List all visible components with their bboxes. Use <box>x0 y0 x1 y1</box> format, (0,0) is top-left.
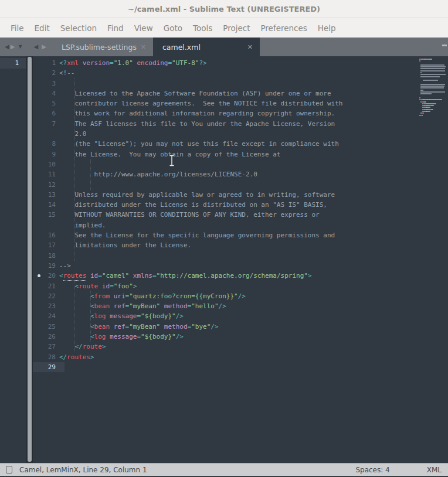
menu-item-preferences[interactable]: Preferences <box>255 23 312 33</box>
code-line[interactable]: 27 </route> <box>33 342 418 352</box>
next-tab-icon[interactable]: ▶ <box>42 44 46 50</box>
title-bar[interactable]: ~/camel.xml - Sublime Text (UNREGISTERED… <box>0 0 448 18</box>
code-line[interactable]: 13 Unless required by applicable law or … <box>33 190 418 200</box>
menu-item-find[interactable]: Find <box>102 23 129 33</box>
lsp-indicator-icon[interactable] <box>6 466 12 473</box>
line-number: 27 <box>33 342 65 352</box>
code-text: contributor license agreements. See the … <box>59 98 418 108</box>
line-number: 2 <box>33 68 65 78</box>
status-bar: Camel, LemMinX, Line 29, Column 1 Spaces… <box>0 463 448 476</box>
line-number: 17 <box>33 240 65 250</box>
left-split-pane[interactable]: 1 <box>0 56 27 463</box>
line-number: 25 <box>33 322 65 332</box>
code-text: See the License for the specific languag… <box>59 230 418 240</box>
line-number: 22 <box>33 291 65 301</box>
code-text: (the "License"); you may not use this fi… <box>59 139 418 149</box>
menu-item-tools[interactable]: Tools <box>188 23 218 33</box>
menu-item-view[interactable]: View <box>129 23 158 33</box>
code-line[interactable]: 14 distributed under the License is dist… <box>33 200 418 210</box>
code-line[interactable]: 20<routes id="camel" xmlns="http://camel… <box>33 271 418 281</box>
indentation-setting[interactable]: Spaces: 4 <box>355 466 389 474</box>
menu-item-help[interactable]: Help <box>313 23 341 33</box>
menu-bar: FileEditSelectionFindViewGotoToolsProjec… <box>0 18 448 38</box>
left-pane-line-number: 1 <box>0 58 26 69</box>
prev-tab-icon[interactable]: ◀ <box>34 44 39 50</box>
code-text: </route> <box>59 342 418 352</box>
code-line[interactable]: 17 limitations under the License. <box>33 240 418 250</box>
code-line[interactable]: 28</routes> <box>33 352 418 362</box>
code-line[interactable]: 2.0 <box>33 129 418 139</box>
tab-camel-xml[interactable]: camel.xml ✕ <box>153 38 260 56</box>
line-number: 11 <box>33 169 65 179</box>
code-view[interactable]: 1<?xml version="1.0" encoding="UTF-8"?>2… <box>32 56 418 463</box>
line-number: 7 <box>33 119 65 129</box>
code-text: --> <box>59 261 418 271</box>
code-line[interactable]: 19--> <box>33 261 418 271</box>
code-line[interactable]: 3 <box>33 79 418 88</box>
line-number: 6 <box>33 108 65 118</box>
code-text: 2.0 <box>59 129 418 139</box>
line-number <box>33 129 65 139</box>
code-line[interactable]: 1<?xml version="1.0" encoding="UTF-8"?> <box>33 58 418 68</box>
menu-item-goto[interactable]: Goto <box>158 23 188 33</box>
code-line[interactable]: 29 <box>33 362 418 372</box>
code-text: </routes> <box>59 352 418 362</box>
code-line[interactable]: 7 The ASF licenses this file to You unde… <box>33 119 418 129</box>
code-text: limitations under the License. <box>59 240 418 250</box>
menu-item-project[interactable]: Project <box>218 23 255 33</box>
indent-guide <box>90 159 91 190</box>
code-text: <bean ref="myBean" method="hello"/> <box>59 301 418 311</box>
line-number: 18 <box>33 251 65 261</box>
menu-item-edit[interactable]: Edit <box>29 23 55 33</box>
code-text: <?xml version="1.0" encoding="UTF-8"?> <box>59 58 418 68</box>
code-line[interactable]: 8 (the "License"); you may not use this … <box>33 139 418 149</box>
line-number: 29 <box>33 362 65 372</box>
diagnostic-dot-icon <box>38 274 40 277</box>
left-pane-scrollbar[interactable] <box>27 56 32 463</box>
status-message: Camel, LemMinX, Line 29, Column 1 <box>19 466 147 474</box>
tab-bar: ◀ ▶ ▼ ◀ ▶ LSP.sublime-settings ✕ camel.x… <box>0 38 448 56</box>
line-number: 20 <box>33 271 65 281</box>
history-forward-icon[interactable]: ▶ <box>11 44 15 50</box>
code-line[interactable]: 21 <route id="foo"> <box>33 281 418 291</box>
line-number: 13 <box>33 190 65 200</box>
window-title: ~/camel.xml - Sublime Text (UNREGISTERED… <box>128 5 320 13</box>
tab-lsp-sublime-settings[interactable]: LSP.sublime-settings ✕ <box>52 38 153 56</box>
menu-item-selection[interactable]: Selection <box>55 23 102 33</box>
syntax-setting[interactable]: XML <box>427 466 442 474</box>
history-back-icon[interactable]: ◀ <box>5 44 9 50</box>
code-line[interactable]: implied. <box>33 220 418 230</box>
code-text: Licensed to the Apache Software Foundati… <box>59 88 418 98</box>
scrollbar-thumb[interactable] <box>28 57 32 462</box>
line-number: 26 <box>33 332 65 342</box>
code-line[interactable]: 15 WITHOUT WARRANTIES OR CONDITIONS OF A… <box>33 210 418 220</box>
code-text: <bean ref="myBean" method="bye"/> <box>59 322 418 332</box>
code-line[interactable]: 2<!-- <box>33 68 418 78</box>
tab-list-dropdown-icon[interactable]: ▼ <box>18 45 22 49</box>
code-text: distributed under the License is distrib… <box>59 200 418 210</box>
code-line[interactable]: 9 the License. You may obtain a copy of … <box>33 149 418 159</box>
line-number: 9 <box>33 149 65 159</box>
code-text: Unless required by applicable law or agr… <box>59 190 418 200</box>
code-line[interactable]: 5 contributor license agreements. See th… <box>33 98 418 108</box>
line-number: 8 <box>33 139 65 149</box>
tab-overflow-icon[interactable] <box>442 45 447 46</box>
minimap[interactable] <box>418 56 448 463</box>
line-number: 14 <box>33 200 65 210</box>
line-number: 24 <box>33 311 65 321</box>
code-text: <from uri="quartz:foo?cron={{myCron}}"/> <box>59 291 418 301</box>
code-line[interactable]: 4 Licensed to the Apache Software Founda… <box>33 88 418 98</box>
code-line[interactable]: 6 this work for additional information r… <box>33 108 418 118</box>
tab-close-icon[interactable]: ✕ <box>141 43 146 51</box>
tab-close-icon[interactable]: ✕ <box>247 43 253 51</box>
tab-label: LSP.sublime-settings <box>62 43 137 52</box>
menu-item-file[interactable]: File <box>5 23 29 33</box>
line-number: 16 <box>33 230 65 240</box>
line-number: 12 <box>33 180 65 190</box>
minimap-line <box>419 117 447 118</box>
indent-guide <box>74 281 75 352</box>
code-line[interactable]: 16 See the License for the specific lang… <box>33 230 418 240</box>
code-text: <route id="foo"> <box>59 281 418 291</box>
code-line[interactable]: 18 <box>33 251 418 261</box>
line-number: 21 <box>33 281 65 291</box>
